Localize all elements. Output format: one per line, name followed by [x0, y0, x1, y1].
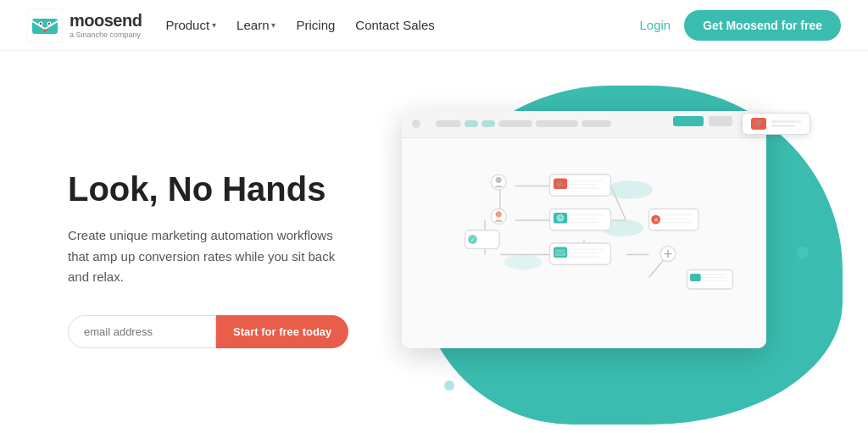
logo[interactable]: moosend a Sinanche company: [27, 8, 142, 43]
titlebar-bar-4: [498, 120, 532, 127]
workflow-svg: 🛒 ✓: [415, 152, 753, 335]
svg-point-22: [504, 254, 542, 269]
titlebar-bar-1: [436, 120, 461, 127]
hero-section: Look, No Hands Create unique marketing a…: [0, 51, 868, 433]
nav-left: moosend a Sinanche company Product ▾ Lea…: [27, 8, 435, 43]
app-window: 🛒 ✓: [402, 111, 766, 348]
floating-node-lines: [771, 120, 801, 127]
svg-text:🛒: 🛒: [556, 180, 564, 187]
svg-point-65: [496, 211, 502, 217]
svg-text:✕: ✕: [654, 215, 659, 223]
titlebar-bar-2: [465, 120, 478, 127]
logo-text: moosend a Sinanche company: [70, 11, 142, 39]
nav-links: Product ▾ Learn ▾ Pricing Contact Sales: [165, 18, 434, 32]
navbar: moosend a Sinanche company Product ▾ Lea…: [0, 0, 868, 51]
titlebar-btn-1: [673, 116, 704, 126]
workflow-canvas: 🛒 ✓: [402, 138, 766, 348]
nav-product[interactable]: Product ▾: [165, 18, 216, 32]
svg-rect-42: [555, 249, 566, 256]
email-input[interactable]: [68, 315, 216, 348]
titlebar-bar-5: [536, 120, 578, 127]
titlebar-dot-1: [412, 119, 420, 128]
svg-point-4: [40, 22, 42, 24]
floating-node-top-right: 🛒: [742, 113, 810, 135]
hero-description: Create unique marketing automation workf…: [68, 225, 356, 288]
start-free-button[interactable]: Start for free today: [216, 315, 348, 348]
node-line-2: [771, 125, 795, 127]
hero-illustration: 🛒 ✓: [376, 77, 817, 434]
floating-node-icon: 🛒: [751, 118, 766, 130]
deco-dot-white-2: [768, 401, 775, 408]
titlebar-bars: [436, 120, 611, 127]
titlebar-btn-2: [709, 116, 732, 126]
hero-form: Start for free today: [68, 315, 356, 348]
nav-right: Login Get Moosend for free: [640, 10, 842, 41]
svg-text:✓: ✓: [470, 236, 475, 242]
titlebar-bar-6: [581, 120, 611, 127]
nav-contact-sales[interactable]: Contact Sales: [355, 18, 434, 32]
nav-pricing[interactable]: Pricing: [296, 18, 335, 32]
learn-arrow-icon: ▾: [271, 20, 275, 30]
hero-left: Look, No Hands Create unique marketing a…: [68, 169, 356, 348]
svg-point-20: [607, 180, 653, 199]
logo-icon: [27, 8, 63, 43]
logo-sub-text: a Sinanche company: [70, 31, 142, 39]
window-titlebar: [402, 111, 766, 138]
svg-rect-58: [690, 274, 701, 281]
product-arrow-icon: ▾: [212, 20, 216, 30]
login-button[interactable]: Login: [640, 18, 671, 32]
node-line-1: [771, 120, 801, 123]
titlebar-bar-3: [481, 120, 495, 127]
deco-dot-teal: [444, 380, 454, 391]
svg-point-5: [48, 22, 50, 24]
logo-brand-text: moosend: [70, 11, 142, 31]
deco-dot-teal-2: [797, 247, 809, 258]
svg-point-63: [496, 176, 502, 182]
hero-title: Look, No Hands: [68, 169, 356, 208]
nav-learn[interactable]: Learn ▾: [236, 18, 275, 32]
get-moosend-button[interactable]: Get Moosend for free: [684, 10, 841, 41]
